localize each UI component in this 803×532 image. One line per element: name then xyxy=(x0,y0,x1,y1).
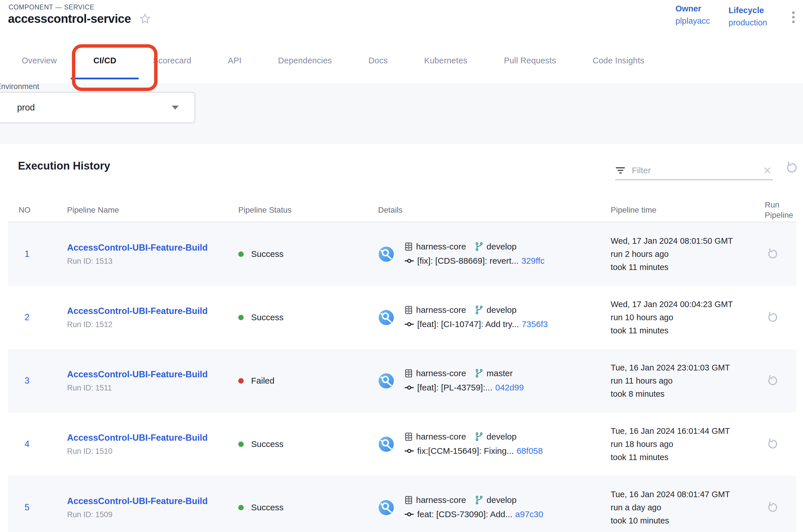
status-label: Failed xyxy=(251,376,274,385)
run-id: Run ID: 1512 xyxy=(67,320,228,329)
tab-pull-requests[interactable]: Pull Requests xyxy=(504,37,556,83)
repository-icon xyxy=(403,432,414,442)
pipeline-name-link[interactable]: AccessControl-UBI-Feature-Build xyxy=(67,243,208,253)
refresh-icon[interactable] xyxy=(785,161,799,175)
header-pipeline-time: Pipeline time xyxy=(600,205,754,215)
git-branch-icon xyxy=(474,495,484,505)
tab-docs[interactable]: Docs xyxy=(368,37,387,83)
owner-value-link[interactable]: plplayacc xyxy=(675,16,710,26)
pipeline-time-ago: run 10 hours ago xyxy=(611,311,754,324)
filter-lines-icon xyxy=(615,167,626,173)
tab-code-insights[interactable]: Code Insights xyxy=(593,37,644,83)
pipeline-name-link[interactable]: AccessControl-UBI-Feature-Build xyxy=(67,496,208,506)
pipeline-execution-icon[interactable] xyxy=(378,436,394,452)
tab-overview[interactable]: Overview xyxy=(22,37,57,83)
pipeline-time-duration: took 10 minutes xyxy=(611,514,754,527)
rerun-pipeline-button[interactable] xyxy=(766,374,797,387)
run-id: Run ID: 1511 xyxy=(67,384,228,393)
repository-icon xyxy=(403,495,414,505)
branch-name: develop xyxy=(486,242,516,251)
pipeline-execution-icon[interactable] xyxy=(378,499,394,516)
table-row: 2 AccessControl-UBI-Feature-Build Run ID… xyxy=(8,286,797,349)
pipeline-time-ago: run a day ago xyxy=(611,501,754,514)
header-no: NO xyxy=(8,205,57,215)
repository-icon xyxy=(403,305,414,315)
pipeline-name-link[interactable]: AccessControl-UBI-Feature-Build xyxy=(67,306,208,316)
status-dot xyxy=(238,378,244,384)
repository-name: harness-core xyxy=(416,495,466,505)
table-row: 4 AccessControl-UBI-Feature-Build Run ID… xyxy=(8,413,797,476)
execution-history-title: Execution History xyxy=(18,160,110,172)
commit-icon xyxy=(403,255,415,267)
repository-icon xyxy=(403,242,414,252)
commit-sha-link[interactable]: 042d99 xyxy=(495,383,524,393)
status-dot xyxy=(238,251,244,257)
repository-name: harness-core xyxy=(416,305,466,315)
execution-history-card: Execution History NO Pipeline Name Pipel… xyxy=(8,144,797,532)
environment-selected-value: prod xyxy=(17,102,35,113)
clear-x-icon[interactable] xyxy=(762,165,773,176)
rerun-pipeline-button[interactable] xyxy=(766,311,797,324)
rerun-pipeline-button[interactable] xyxy=(766,501,797,514)
environment-label: Environment xyxy=(0,82,39,91)
filter-input[interactable] xyxy=(631,165,756,175)
pipeline-time-duration: took 11 minutes xyxy=(611,451,754,464)
owner-label: Owner xyxy=(675,4,710,14)
pipeline-time-date: Wed, 17 Jan 2024 08:01:50 GMT xyxy=(611,234,754,247)
pipeline-execution-icon[interactable] xyxy=(378,246,394,262)
commit-message: [feat]: [CI-10747]: Add try... xyxy=(417,319,519,329)
repository-name: harness-core xyxy=(416,242,466,251)
pipeline-time-duration: took 8 minutes xyxy=(611,387,754,400)
entity-kind-label: COMPONENT — SERVICE xyxy=(8,3,94,11)
commit-sha-link[interactable]: a97c30 xyxy=(515,510,543,519)
active-tab-underline xyxy=(71,78,139,79)
commit-message: fix:[CCM-15649]: Fixing... xyxy=(417,446,514,456)
branch-name: develop xyxy=(486,305,516,315)
pipeline-execution-icon[interactable] xyxy=(378,373,394,389)
git-branch-icon xyxy=(474,432,484,442)
table-body: 1 AccessControl-UBI-Feature-Build Run ID… xyxy=(8,222,797,532)
rerun-pipeline-button[interactable] xyxy=(766,438,797,451)
table-header-row: NO Pipeline Name Pipeline Status Details… xyxy=(8,198,797,222)
tab-bar: Overview CI/CD Scorecard API Dependencie… xyxy=(0,37,803,83)
pipeline-time-ago: run 18 hours ago xyxy=(611,438,754,451)
row-number: 5 xyxy=(8,502,57,513)
lifecycle-label: Lifecycle xyxy=(728,6,767,15)
pipeline-time-date: Tue, 16 Jan 2024 08:01:47 GMT xyxy=(611,488,754,501)
header-pipeline-status: Pipeline Status xyxy=(228,205,367,215)
run-id: Run ID: 1510 xyxy=(67,447,228,456)
tab-dependencies[interactable]: Dependencies xyxy=(278,37,332,83)
pipeline-name-link[interactable]: AccessControl-UBI-Feature-Build xyxy=(67,433,208,443)
filter-field xyxy=(615,161,773,180)
pipeline-time-date: Tue, 16 Jan 2024 23:01:03 GMT xyxy=(611,361,754,374)
tab-kubernetes[interactable]: Kubernetes xyxy=(424,37,467,83)
pipeline-name-link[interactable]: AccessControl-UBI-Feature-Build xyxy=(67,369,208,380)
commit-message: [fix]: [CDS-88669]: revert... xyxy=(417,256,518,266)
tab-api[interactable]: API xyxy=(228,37,242,83)
git-branch-icon xyxy=(474,242,484,252)
status-label: Success xyxy=(251,502,283,512)
header-details: Details xyxy=(367,205,600,215)
branch-name: develop xyxy=(486,495,516,505)
tab-scorecard[interactable]: Scorecard xyxy=(153,37,191,83)
kebab-menu-icon[interactable] xyxy=(791,10,796,24)
environment-select[interactable]: prod xyxy=(0,92,195,123)
pipeline-time-ago: run 2 hours ago xyxy=(611,247,754,261)
commit-sha-link[interactable]: 329ffc xyxy=(521,256,544,266)
commit-sha-link[interactable]: 68f058 xyxy=(516,446,543,456)
status-label: Success xyxy=(251,312,283,322)
status-dot xyxy=(238,505,244,510)
tab-cicd[interactable]: CI/CD xyxy=(93,37,116,83)
tab-cicd-label: CI/CD xyxy=(93,56,116,65)
page-title: accesscontrol-service xyxy=(8,12,131,26)
rerun-pipeline-button[interactable] xyxy=(766,247,797,261)
row-number: 1 xyxy=(8,249,57,259)
commit-icon xyxy=(403,509,415,520)
commit-sha-link[interactable]: 7356f3 xyxy=(522,319,548,329)
star-outline-icon[interactable] xyxy=(138,12,152,25)
header-pipeline-name: Pipeline Name xyxy=(57,205,228,215)
chevron-down-icon xyxy=(172,106,179,110)
pipeline-execution-icon[interactable] xyxy=(378,309,394,326)
table-row: 5 AccessControl-UBI-Feature-Build Run ID… xyxy=(8,476,797,532)
pipeline-time-date: Tue, 16 Jan 2024 16:01:44 GMT xyxy=(611,424,754,438)
